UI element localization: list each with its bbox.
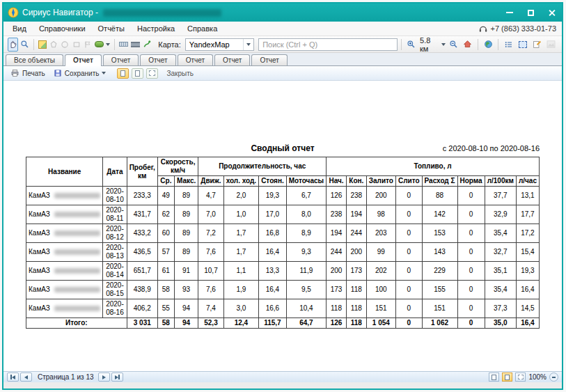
value-cell: 118 bbox=[327, 299, 347, 318]
tab-5[interactable]: Отчет bbox=[214, 54, 250, 65]
flag-tool-button[interactable] bbox=[83, 38, 93, 52]
rect-tool-button[interactable] bbox=[72, 38, 81, 52]
value-cell: 203 bbox=[366, 224, 395, 243]
value-cell: 10,7 bbox=[198, 262, 223, 281]
globe-icon bbox=[484, 40, 493, 49]
view-normal-button[interactable] bbox=[489, 373, 499, 382]
search-input[interactable] bbox=[258, 38, 398, 51]
value-cell: 100 bbox=[366, 281, 395, 299]
total-value-cell: 52,3 bbox=[198, 318, 223, 329]
tab-4[interactable]: Отчет bbox=[178, 54, 213, 65]
tab-3[interactable]: Отчет bbox=[140, 54, 175, 65]
tab-2[interactable]: Отчет bbox=[103, 54, 139, 65]
first-page-button[interactable] bbox=[7, 373, 19, 382]
value-cell: 99 bbox=[366, 243, 395, 262]
prev-page-button[interactable] bbox=[20, 373, 32, 382]
redacted-plate bbox=[54, 249, 100, 255]
zoom-in-button[interactable] bbox=[405, 38, 418, 52]
value-cell: 11,9 bbox=[286, 262, 326, 281]
table-subheader-cell: Слито bbox=[395, 176, 422, 187]
value-cell: 16,6 bbox=[259, 299, 287, 318]
zoom-slider-minus-button[interactable] bbox=[549, 373, 558, 382]
map-provider-select[interactable]: YandexMap bbox=[185, 38, 254, 51]
next-page-button[interactable] bbox=[98, 373, 110, 382]
table-subheader-cell: Расход Σ bbox=[422, 176, 457, 187]
ruler-button[interactable] bbox=[118, 38, 129, 52]
value-cell: 6,7 bbox=[286, 187, 326, 205]
value-cell: 118 bbox=[346, 281, 366, 299]
tab-0[interactable]: Все объекты bbox=[6, 54, 63, 65]
zoom-level-label: 100% bbox=[528, 373, 547, 381]
view-multi-button[interactable] bbox=[515, 373, 526, 382]
pan-tool-button[interactable] bbox=[8, 38, 18, 52]
close-button[interactable] bbox=[541, 3, 562, 22]
toolbar-separator bbox=[498, 39, 498, 50]
value-cell: 3,0 bbox=[223, 299, 259, 318]
table-row: КамАЗ2020-08-10233,349894,72,019,36,7126… bbox=[26, 187, 540, 205]
view-page-icon bbox=[505, 375, 510, 380]
value-cell: 151 bbox=[422, 299, 457, 318]
last-page-button[interactable] bbox=[111, 373, 123, 382]
table-header-row: НазваниеДатаПробег, кмСкорость, км/чПрод… bbox=[26, 157, 540, 176]
value-cell: 0 bbox=[395, 243, 422, 262]
road-button[interactable] bbox=[130, 38, 141, 52]
globe-button[interactable] bbox=[482, 38, 494, 52]
value-cell: 0 bbox=[395, 281, 422, 299]
page-view-fit-button[interactable] bbox=[146, 68, 158, 79]
vehicle-name: КамАЗ bbox=[29, 229, 50, 237]
close-report-button[interactable]: Закрыть bbox=[164, 69, 196, 78]
value-cell: 32,9 bbox=[485, 205, 516, 224]
menu-item-4[interactable]: Справка bbox=[181, 23, 223, 34]
value-cell: 7,4 bbox=[198, 299, 223, 318]
view-page-button[interactable] bbox=[502, 373, 512, 382]
menu-item-1[interactable]: Справочники bbox=[33, 23, 92, 34]
value-cell: 7,0 bbox=[198, 205, 223, 224]
value-cell: 0 bbox=[457, 243, 485, 262]
page-view-single-button[interactable] bbox=[117, 68, 129, 79]
save-button[interactable]: Сохранить bbox=[51, 68, 109, 78]
scale-dropdown-icon[interactable] bbox=[441, 43, 446, 46]
home-button[interactable] bbox=[462, 38, 474, 52]
menu-item-0[interactable]: Вид bbox=[6, 23, 33, 34]
maximize-button[interactable] bbox=[520, 3, 541, 22]
print-button[interactable]: Печать bbox=[8, 68, 48, 78]
image-button[interactable] bbox=[545, 38, 558, 52]
table-subheader-cell: Нач. bbox=[327, 176, 347, 187]
menu-item-3[interactable]: Настройка bbox=[131, 23, 181, 34]
value-cell: 98 bbox=[366, 205, 395, 224]
map-edit-icon bbox=[38, 40, 47, 49]
edit-note-button[interactable] bbox=[530, 38, 543, 52]
value-cell: 91 bbox=[174, 262, 198, 281]
map-label: Карта: bbox=[157, 40, 182, 49]
circle-tool-button[interactable] bbox=[60, 38, 70, 52]
multi-page-icon bbox=[135, 70, 140, 77]
value-cell: 438,9 bbox=[127, 281, 157, 299]
selection-button[interactable] bbox=[517, 38, 529, 52]
value-cell: 16,4 bbox=[259, 243, 287, 262]
support-phone: +7 (863) 333-01-73 bbox=[491, 24, 556, 33]
prev-page-icon bbox=[24, 375, 28, 379]
menu-item-2[interactable]: Отчёты bbox=[92, 23, 131, 34]
value-cell: 142 bbox=[422, 205, 457, 224]
menubar: ВидСправочникиОтчётыНастройкаСправка +7 … bbox=[3, 22, 562, 36]
tabbar: Все объектыОтчетОтчетОтчетОтчетОтчетОтче… bbox=[3, 53, 562, 66]
tab-6[interactable]: Отчет bbox=[251, 54, 287, 65]
track-button[interactable] bbox=[142, 38, 152, 52]
page-view-multi-button[interactable] bbox=[132, 68, 143, 79]
value-cell: 19,3 bbox=[259, 187, 287, 205]
zoom-tool-button[interactable] bbox=[19, 38, 30, 52]
scale-value: 5.8 км bbox=[419, 36, 440, 53]
app-icon bbox=[8, 7, 19, 18]
map-edit-button[interactable] bbox=[38, 38, 47, 52]
zoom-out-button[interactable] bbox=[447, 38, 459, 52]
total-label-cell: Итого: bbox=[26, 318, 127, 329]
table-row: КамАЗ2020-08-11431,762897,01,017,08,0238… bbox=[26, 205, 540, 224]
value-cell: 9,3 bbox=[286, 243, 326, 262]
legend-button[interactable] bbox=[502, 38, 514, 52]
tab-1[interactable]: Отчет bbox=[65, 54, 102, 66]
layers-button[interactable] bbox=[94, 38, 111, 52]
edit-note-icon bbox=[533, 40, 542, 49]
minimize-button[interactable] bbox=[499, 3, 520, 22]
polygon-tool-button[interactable] bbox=[49, 38, 58, 52]
value-cell: 89 bbox=[174, 243, 198, 262]
